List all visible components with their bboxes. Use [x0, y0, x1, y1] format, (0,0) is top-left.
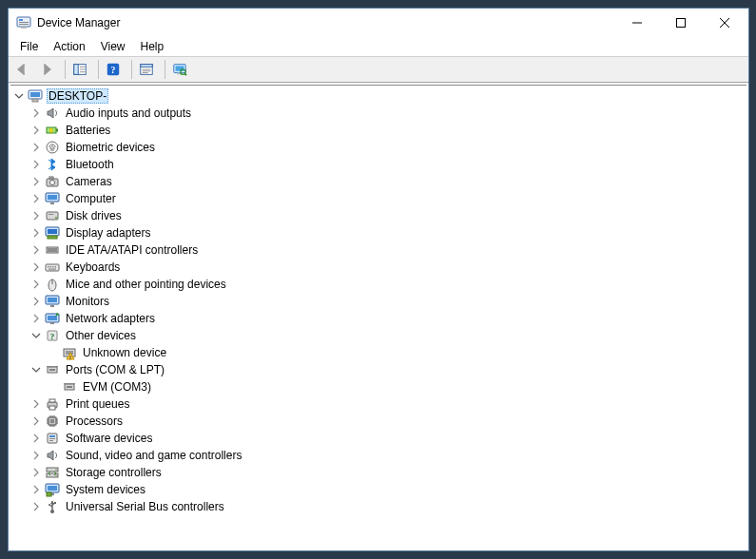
tree-row[interactable]: Computer: [29, 190, 746, 207]
chevron-down-icon[interactable]: [12, 89, 26, 103]
device-manager-window: Device Manager FileActionViewHelp ? DESK…: [8, 8, 749, 551]
close-button[interactable]: [703, 9, 746, 37]
chevron-right-icon[interactable]: [29, 158, 43, 171]
tree-item-label[interactable]: Display adapters: [64, 226, 152, 240]
properties-button[interactable]: [137, 58, 160, 81]
tree-row[interactable]: Keyboards: [29, 259, 746, 276]
chevron-right-icon[interactable]: [29, 432, 43, 445]
chevron-right-icon[interactable]: [29, 226, 43, 240]
tree-row[interactable]: Processors: [29, 413, 746, 430]
svg-rect-79: [64, 383, 75, 384]
tree-row[interactable]: Bluetooth: [29, 156, 746, 173]
minimize-button[interactable]: [615, 9, 659, 37]
menu-action[interactable]: Action: [46, 38, 92, 55]
tree-row[interactable]: Display adapters: [29, 224, 746, 241]
tree-row[interactable]: Ports (COM & LPT): [29, 361, 746, 378]
tree-item-label[interactable]: Cameras: [64, 175, 114, 188]
tree-item-label[interactable]: Batteries: [64, 124, 112, 137]
tree-row[interactable]: System devices: [29, 481, 746, 498]
port-icon: [45, 362, 60, 377]
help-button[interactable]: ?: [104, 58, 126, 81]
chevron-down-icon[interactable]: [29, 329, 43, 342]
tree-item-label[interactable]: Audio inputs and outputs: [64, 106, 193, 120]
tree-row[interactable]: Print queues: [29, 395, 746, 413]
chevron-right-icon[interactable]: [29, 278, 43, 291]
chevron-right-icon[interactable]: [29, 295, 43, 308]
tree-item-label[interactable]: IDE ATA/ATAPI controllers: [64, 243, 200, 257]
show-hide-tree-button[interactable]: [70, 58, 93, 81]
tree-item-label[interactable]: Print queues: [64, 397, 131, 411]
tree-item-label[interactable]: Disk drives: [64, 209, 124, 222]
chevron-right-icon[interactable]: [29, 483, 43, 496]
svg-point-104: [55, 474, 57, 476]
chevron-right-icon[interactable]: [29, 312, 43, 325]
tree-item-label[interactable]: Storage controllers: [64, 466, 164, 479]
menu-file[interactable]: File: [12, 38, 46, 55]
chevron-right-icon[interactable]: [29, 124, 43, 137]
tree-row[interactable]: Cameras: [29, 173, 746, 190]
tree-item-label[interactable]: Network adapters: [64, 312, 157, 325]
tree-row[interactable]: IDE ATA/ATAPI controllers: [29, 241, 746, 259]
menu-help[interactable]: Help: [133, 38, 172, 55]
tree-item-label[interactable]: EVM (COM3): [81, 380, 153, 394]
chevron-right-icon[interactable]: [29, 209, 43, 222]
tree-row[interactable]: !Unknown device: [47, 344, 746, 361]
tree-row[interactable]: Sound, video and game controllers: [29, 447, 746, 464]
tree-row[interactable]: Batteries: [29, 122, 746, 139]
chevron-right-icon[interactable]: [29, 500, 43, 513]
tree-item-label[interactable]: Other devices: [64, 329, 138, 342]
tree-row[interactable]: Monitors: [29, 293, 746, 310]
tree-item-label[interactable]: Sound, video and game controllers: [64, 449, 243, 462]
tree-row[interactable]: EVM (COM3): [47, 378, 746, 395]
chevron-right-icon[interactable]: [29, 141, 43, 154]
tree-item-label[interactable]: Universal Serial Bus controllers: [64, 500, 226, 513]
tree-item-label[interactable]: Biometric devices: [64, 141, 157, 154]
chevron-right-icon[interactable]: [29, 260, 43, 274]
tree-row[interactable]: ?Other devices: [29, 327, 746, 344]
chevron-right-icon[interactable]: [29, 414, 43, 428]
chevron-right-icon[interactable]: [29, 397, 43, 411]
tree-item-label[interactable]: DESKTOP-: [47, 88, 108, 104]
tree-row[interactable]: Network adapters: [29, 310, 746, 327]
tree-item-label[interactable]: System devices: [64, 483, 147, 496]
tree-item-label[interactable]: Keyboards: [64, 260, 122, 274]
chevron-right-icon[interactable]: [29, 175, 43, 188]
tree-row[interactable]: Disk drives: [29, 207, 746, 224]
tree-row[interactable]: Biometric devices: [29, 139, 746, 156]
tree-item-label[interactable]: Computer: [64, 192, 118, 205]
tree-row[interactable]: DESKTOP-: [12, 87, 746, 105]
tree-row[interactable]: Software devices: [29, 430, 746, 447]
scan-hardware-button[interactable]: [170, 58, 193, 81]
chevron-down-icon[interactable]: [29, 363, 43, 376]
chevron-right-icon[interactable]: [29, 192, 43, 205]
tree-item-label[interactable]: Bluetooth: [64, 158, 116, 171]
mouse-icon: [45, 277, 60, 292]
maximize-button[interactable]: [659, 9, 703, 37]
tree-row[interactable]: Universal Serial Bus controllers: [29, 498, 746, 515]
tree-item-label[interactable]: Ports (COM & LPT): [64, 363, 166, 376]
tree-item-label[interactable]: Monitors: [64, 295, 111, 308]
svg-point-72: [51, 369, 53, 371]
tree-item-label[interactable]: Mice and other pointing devices: [64, 278, 228, 291]
tree-item-label[interactable]: Unknown device: [81, 346, 168, 359]
svg-rect-61: [50, 305, 54, 307]
svg-rect-98: [49, 435, 55, 437]
chevron-right-icon[interactable]: [29, 243, 43, 257]
tree-item-label[interactable]: Processors: [64, 414, 125, 428]
tree-row[interactable]: Storage controllers: [29, 464, 746, 481]
tree-item-label[interactable]: Software devices: [64, 432, 154, 445]
device-tree[interactable]: DESKTOP-Audio inputs and outputsBatterie…: [10, 85, 746, 549]
tree-row[interactable]: Audio inputs and outputs: [29, 105, 746, 122]
arrow-right-icon: [39, 62, 54, 77]
chevron-right-icon[interactable]: [29, 449, 43, 462]
computer-icon: [28, 88, 43, 104]
menu-view[interactable]: View: [93, 38, 133, 55]
svg-point-77: [68, 386, 70, 388]
chevron-right-icon[interactable]: [29, 466, 43, 479]
svg-rect-2: [19, 22, 29, 23]
tree-row[interactable]: Mice and other pointing devices: [29, 276, 746, 293]
svg-rect-100: [49, 440, 53, 441]
chevron-right-icon[interactable]: [29, 106, 43, 120]
speaker-icon: [45, 448, 60, 463]
svg-point-71: [49, 369, 51, 371]
